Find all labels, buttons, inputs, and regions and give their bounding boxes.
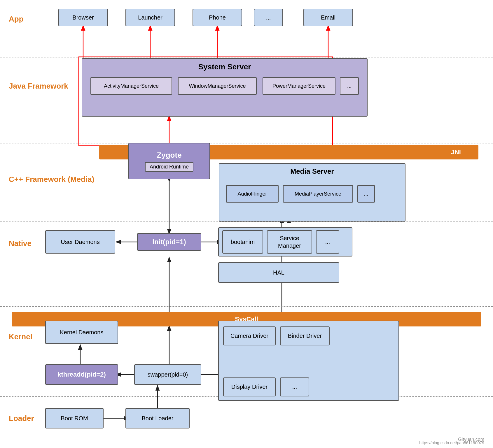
ms-dots-box: ... bbox=[357, 185, 375, 203]
audio-flinger-box: AudioFlinger bbox=[226, 185, 279, 203]
media-server-title: Media Server bbox=[219, 167, 405, 175]
boot-loader-box: Boot Loader bbox=[125, 408, 190, 428]
display-driver-label: Display Driver bbox=[231, 384, 268, 390]
service-manager-label: Service Manager bbox=[278, 234, 301, 250]
media-player-box: MediaPlayerService bbox=[283, 185, 353, 203]
camera-driver-box: Camera Driver bbox=[223, 326, 276, 345]
boot-rom-box: Boot ROM bbox=[45, 408, 104, 428]
app-launcher-box: Launcher bbox=[125, 9, 175, 26]
media-player-label: MediaPlayerService bbox=[295, 191, 341, 197]
binder-driver-box: Binder Driver bbox=[280, 326, 330, 345]
audio-flinger-label: AudioFlinger bbox=[237, 191, 267, 197]
power-mgr-label: PowerManagerService bbox=[272, 83, 326, 89]
divider-3 bbox=[0, 222, 493, 222]
native-dots-box: ... bbox=[316, 230, 339, 254]
app-dots-label: ... bbox=[266, 14, 271, 21]
app-phone-box: Phone bbox=[193, 9, 242, 26]
activity-mgr-box: ActivityManagerService bbox=[90, 77, 172, 95]
hal-label: HAL bbox=[273, 269, 284, 276]
zygote-box: Zygote Android Runtime bbox=[128, 143, 210, 179]
kernel-daemons-box: Kernel Daemons bbox=[45, 321, 118, 344]
jni-label: JNI bbox=[451, 148, 461, 156]
zygote-title: Zygote bbox=[157, 151, 181, 160]
divider-2 bbox=[0, 143, 493, 143]
app-dots-box: ... bbox=[254, 9, 283, 26]
swapper-label: swapper(pid=0) bbox=[148, 371, 188, 378]
init-label: Init(pid=1) bbox=[152, 238, 186, 246]
layer-app: App bbox=[9, 15, 24, 24]
bootanim-label: bootanim bbox=[231, 239, 255, 245]
init-box: Init(pid=1) bbox=[137, 233, 201, 251]
window-mgr-box: WindowManagerService bbox=[178, 77, 257, 95]
user-daemons-label: User Daemons bbox=[61, 239, 99, 245]
app-email-label: Email bbox=[321, 14, 335, 21]
kthreadd-box: kthreadd(pid=2) bbox=[45, 364, 118, 385]
kernel-daemons-label: Kernel Daemons bbox=[60, 329, 104, 336]
layer-cpp-framework: C++ Framework (Media) bbox=[9, 175, 94, 184]
app-launcher-label: Launcher bbox=[138, 14, 162, 21]
display-driver-box: Display Driver bbox=[223, 377, 276, 396]
camera-driver-label: Camera Driver bbox=[230, 333, 268, 339]
power-mgr-box: PowerManagerService bbox=[263, 77, 335, 95]
watermark2: https://blog.csdn.net/pan861190079 bbox=[419, 440, 484, 445]
swapper-box: swapper(pid=0) bbox=[134, 364, 201, 385]
boot-loader-label: Boot Loader bbox=[142, 415, 174, 422]
app-email-box: Email bbox=[303, 9, 353, 26]
ms-dots-label: ... bbox=[364, 191, 368, 197]
boot-rom-label: Boot ROM bbox=[61, 415, 88, 422]
ss-dots-box: ... bbox=[340, 77, 359, 95]
kd-dots-label: ... bbox=[292, 384, 297, 390]
layer-native: Native bbox=[9, 239, 32, 248]
app-phone-label: Phone bbox=[209, 14, 226, 21]
divider-1 bbox=[0, 57, 493, 57]
system-server-title: System Server bbox=[82, 62, 367, 71]
native-dots-label: ... bbox=[325, 239, 330, 245]
divider-4 bbox=[0, 306, 493, 307]
binder-driver-label: Binder Driver bbox=[288, 333, 322, 339]
activity-mgr-label: ActivityManagerService bbox=[104, 83, 159, 89]
service-manager-box: Service Manager bbox=[267, 230, 312, 254]
ss-dots-label: ... bbox=[347, 83, 352, 89]
kthreadd-label: kthreadd(pid=2) bbox=[57, 371, 106, 378]
android-runtime-label: Android Runtime bbox=[145, 162, 193, 172]
user-daemons-box: User Daemons bbox=[45, 230, 115, 254]
app-browser-box: Browser bbox=[58, 9, 108, 26]
diagram-container: App Java Framework C++ Framework (Media)… bbox=[0, 0, 493, 448]
hal-box: HAL bbox=[218, 262, 339, 283]
layer-kernel: Kernel bbox=[9, 332, 32, 341]
app-browser-label: Browser bbox=[72, 14, 94, 21]
bootanim-box: bootanim bbox=[222, 230, 263, 254]
kd-dots-box: ... bbox=[280, 377, 309, 396]
window-mgr-label: WindowManagerService bbox=[189, 83, 246, 89]
layer-loader: Loader bbox=[9, 414, 34, 423]
layer-java-framework: Java Framework bbox=[9, 82, 68, 91]
